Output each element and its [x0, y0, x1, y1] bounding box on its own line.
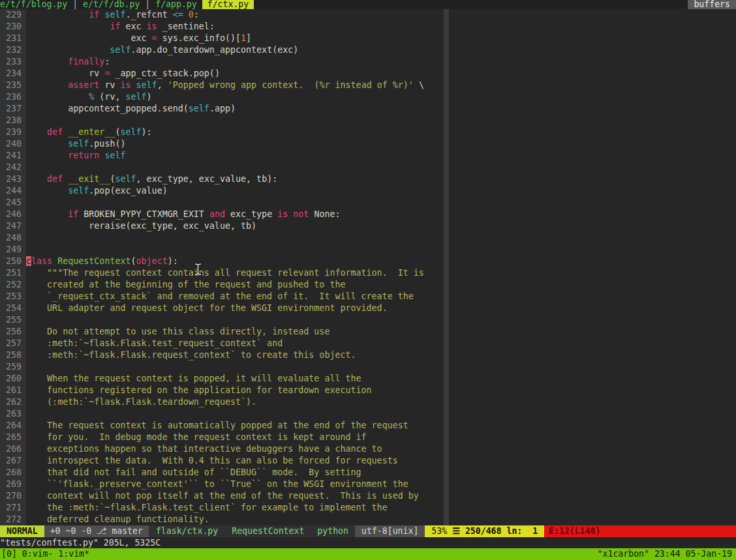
code-line: 237 appcontext_popped.send(self.app) — [0, 103, 736, 115]
code-line: 259 — [0, 361, 736, 373]
code-text: assert rv is self, 'Popped wrong app con… — [26, 80, 424, 91]
code-line: 257 :meth:`~flask.Flask.test_request_con… — [0, 338, 736, 349]
code-line: 231 exc = sys.exc_info()[1] — [0, 33, 736, 44]
code-line: 262 (:meth:`~flask.Flask.teardown_reques… — [0, 396, 736, 408]
git-branch-icon: ⎇ — [97, 525, 106, 537]
tabline-buffers: e/t/f/blog.py | e/t/f/db.py | f/app.py f… — [0, 0, 254, 9]
code-line: 229 if self._refcnt <= 0: — [0, 9, 736, 21]
buffer-tab[interactable]: e/t/f/db.py — [83, 0, 140, 9]
line-number: 257 — [0, 338, 26, 349]
line-number: 255 — [0, 314, 26, 326]
code-line: 253 `_request_ctx_stack` and removed at … — [0, 291, 736, 302]
tab-separator: | — [140, 0, 155, 9]
command-line-message: "tests/conftest.py" 205L, 5325C — [0, 537, 736, 548]
lint-error-badge: E:12(L148) — [544, 525, 736, 537]
code-line: 272 deferred cleanup functionality. — [0, 514, 736, 525]
code-text: self.app.do_teardown_appcontext(exc) — [26, 44, 298, 56]
code-line: 239 def __enter__(self): — [0, 126, 736, 138]
tmux-windows: [0] 0:vim- 1:vim* — [0, 548, 89, 560]
code-line: 236 % (rv, self) — [0, 91, 736, 103]
code-text: rv = _app_ctx_stack.pop() — [26, 68, 220, 80]
line-number: 248 — [0, 232, 26, 244]
line-number: 258 — [0, 349, 26, 361]
tab-separator: | — [67, 0, 83, 9]
code-line: 234 rv = _app_ctx_stack.pop() — [0, 68, 736, 80]
buffer-tab-active[interactable]: f/ctx.py — [202, 0, 254, 9]
line-number: 243 — [0, 173, 26, 185]
code-line: 248 — [0, 232, 736, 244]
line-number: 237 — [0, 103, 26, 115]
line-number: 252 — [0, 279, 26, 291]
line-fraction: 250/468 — [465, 525, 502, 537]
line-number: 239 — [0, 126, 26, 138]
code-line: 246 if BROKEN_PYPY_CTXMGR_EXIT and exc_t… — [0, 209, 736, 220]
code-line: 241 return self — [0, 150, 736, 162]
code-text: context will not pop itself at the end o… — [26, 490, 419, 502]
code-text: the :meth:`~flask.Flask.test_client` for… — [26, 502, 388, 514]
line-number: 271 — [0, 502, 26, 514]
code-text: reraise(exc_type, exc_value, tb) — [26, 220, 256, 232]
line-number: 238 — [0, 115, 26, 126]
line-number: 253 — [0, 291, 26, 302]
column-value: : 1 — [517, 525, 538, 537]
code-line: 265 for you. In debug mode the request c… — [0, 432, 736, 443]
file-name: flask/ctx.py — [149, 525, 225, 537]
line-number: 236 — [0, 91, 26, 103]
code-text: Do not attempt to use this class directl… — [26, 326, 330, 338]
line-number: 241 — [0, 150, 26, 162]
line-number: 245 — [0, 197, 26, 209]
code-text: appcontext_popped.send(self.app) — [26, 103, 236, 115]
code-text: if self._refcnt <= 0: — [26, 9, 199, 21]
line-number: 244 — [0, 185, 26, 197]
line-number: 233 — [0, 56, 26, 68]
code-text: self.pop(exc_value) — [26, 185, 168, 197]
code-line: 256 Do not attempt to use this class dir… — [0, 326, 736, 338]
code-text: deferred cleanup functionality. — [26, 514, 209, 525]
code-line: 252 created at the beginning of the requ… — [0, 279, 736, 291]
line-number: 268 — [0, 467, 26, 479]
line-number: 266 — [0, 443, 26, 455]
code-text: self.push() — [26, 138, 125, 150]
git-branch-name: master — [112, 525, 143, 537]
code-text: % (rv, self) — [26, 91, 152, 103]
code-line: 254 URL adapter and request object for t… — [0, 302, 736, 314]
code-line: 235 assert rv is self, 'Popped wrong app… — [0, 80, 736, 91]
code-line: 243 def __exit__(self, exc_type, exc_val… — [0, 173, 736, 185]
code-text: URL adapter and request object for the W… — [26, 302, 388, 314]
code-text: `_request_ctx_stack` and removed at the … — [26, 291, 414, 302]
code-text: for you. In debug mode the request conte… — [26, 432, 367, 443]
line-number: 247 — [0, 220, 26, 232]
code-text: return self — [26, 150, 126, 162]
code-area[interactable]: 229 if self._refcnt <= 0:230 if exc is _… — [0, 9, 736, 525]
code-text: if BROKEN_PYPY_CTXMGR_EXIT and exc_type … — [26, 209, 341, 220]
line-number: 232 — [0, 44, 26, 56]
code-text: exceptions happen so that interactive de… — [26, 443, 382, 455]
code-line: 271 the :meth:`~flask.Flask.test_client`… — [0, 502, 736, 514]
line-number: 240 — [0, 138, 26, 150]
line-number: 249 — [0, 244, 26, 256]
filetype: python — [311, 525, 355, 537]
code-line: 240 self.push() — [0, 138, 736, 150]
code-text: finally: — [26, 56, 110, 68]
code-line: 250class RequestContext(object): — [0, 256, 736, 267]
code-line: 247 reraise(exc_type, exc_value, tb) — [0, 220, 736, 232]
code-text: When the request context is popped, it w… — [26, 373, 361, 385]
line-number: 230 — [0, 21, 26, 33]
code-line: 260 When the request context is popped, … — [0, 373, 736, 385]
code-line: 270 context will not pop itself at the e… — [0, 490, 736, 502]
code-text: """The request context contains all requ… — [26, 267, 424, 279]
code-text: ``'flask._preserve_context'`` to ``True`… — [26, 479, 408, 490]
code-line: 258 :meth:`~flask.Flask.request_context`… — [0, 349, 736, 361]
code-text: that did not fail and outside of ``DEBUG… — [26, 467, 361, 479]
code-line: 261 functions registered on the applicat… — [0, 385, 736, 396]
buffer-tab[interactable]: e/t/f/blog.py — [0, 0, 67, 9]
line-number: 242 — [0, 162, 26, 173]
code-line: 233 finally: — [0, 56, 736, 68]
line-number: 250 — [0, 256, 26, 267]
code-text: :meth:`~flask.Flask.request_context` to … — [26, 349, 356, 361]
line-number: 231 — [0, 33, 26, 44]
code-text: The request context is automatically pop… — [26, 420, 408, 432]
buffer-tab[interactable]: f/app.py — [155, 0, 197, 9]
code-line: 249 — [0, 244, 736, 256]
line-number: 260 — [0, 373, 26, 385]
